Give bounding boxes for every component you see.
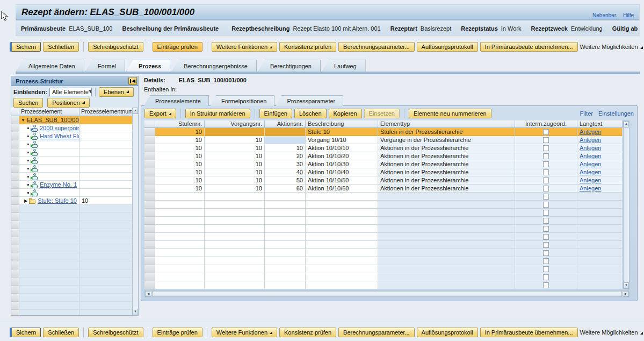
row-selector[interactable] [144, 225, 155, 233]
tree-row-2000-superpoints[interactable]: 2000 superpoints [11, 124, 133, 132]
row-selector[interactable] [11, 294, 19, 302]
auflösungsprotokoll-button[interactable]: Auflösungsprotokoll [417, 42, 478, 52]
row-selector[interactable] [144, 209, 155, 217]
scroll-up-icon[interactable]: ▲ [624, 121, 629, 127]
table-row[interactable]: 101050Aktion 10/10/50Aktionen in der Pro… [144, 176, 623, 184]
column-header-interm-zugeord[interactable]: Interm.zugeord. [515, 120, 577, 128]
row-selector[interactable] [144, 136, 155, 144]
row-selector[interactable] [144, 176, 155, 184]
row-selector[interactable] [11, 261, 19, 269]
table-row[interactable]: 101040Aktion 10/10/40Aktionen in der Pro… [144, 168, 623, 176]
table-row[interactable]: 101010Aktion 10/10/10Aktionen in der Pro… [144, 144, 623, 152]
tree-row[interactable] [11, 157, 133, 165]
sichern-button[interactable]: Sichern [10, 42, 41, 52]
einfügen-button[interactable]: Einfügen [259, 109, 292, 118]
row-selector[interactable] [144, 201, 155, 209]
tab-formel[interactable]: Formel [85, 60, 125, 72]
löschen-button[interactable]: Löschen [294, 109, 327, 118]
row-selector[interactable] [11, 245, 19, 253]
row-selector[interactable] [144, 144, 155, 152]
tree-row[interactable] [11, 165, 133, 173]
tab-prozess[interactable]: Prozess [126, 60, 170, 72]
interm-checkbox[interactable] [543, 210, 549, 216]
interm-checkbox[interactable] [543, 274, 549, 280]
column-header-langtext[interactable]: Langtext [577, 120, 623, 128]
interm-checkbox[interactable] [543, 242, 549, 248]
column-header-vorgangsnr[interactable]: Vorgangsnr. [205, 120, 265, 128]
inner-tab-prozessparameter[interactable]: Prozessparameter [276, 95, 343, 106]
tree-row[interactable] [11, 189, 133, 197]
ebenen-button[interactable]: Ebenen [99, 87, 134, 97]
row-selector[interactable] [11, 269, 19, 278]
row-selector[interactable] [144, 168, 155, 176]
interm-checkbox[interactable] [543, 169, 549, 175]
anlegen-link[interactable]: Anlegen [580, 145, 601, 151]
anlegen-link[interactable]: Anlegen [580, 153, 601, 159]
tree-row-elas-sub-100-001-000[interactable]: ▼ELAS_SUB_100/001/000 [11, 116, 133, 124]
column-header-stufennr[interactable]: Stufennr. [155, 120, 205, 128]
interm-checkbox[interactable] [543, 234, 549, 240]
anlegen-link[interactable]: Anlegen [580, 177, 601, 183]
interm-checkbox[interactable] [543, 177, 549, 183]
berechnungsparameter-button[interactable]: Berechnungsparameter... [338, 328, 415, 337]
tree-row-stufe-stufe-10[interactable]: ▶Stufe: Stufe 1010 [11, 197, 133, 205]
scroll-right-icon[interactable]: ▶ [623, 291, 629, 297]
row-selector[interactable] [144, 273, 155, 281]
tree-row-enzyme-no-1[interactable]: Enzyme No. 1 [11, 181, 133, 189]
row-selector[interactable] [11, 310, 19, 315]
scroll-up-icon[interactable]: ▲ [133, 108, 138, 114]
row-selector[interactable] [11, 116, 19, 124]
inner-tab-prozesselemente[interactable]: Prozesselemente [144, 95, 209, 106]
tab-berechtigungen[interactable]: Berechtigungen [258, 60, 321, 72]
interm-checkbox[interactable] [543, 153, 549, 159]
row-selector[interactable] [144, 160, 155, 168]
tree-item-link[interactable]: Enzyme No. 1 [40, 181, 77, 188]
tree-item-link[interactable]: Hard Wheat Flour [40, 133, 79, 139]
row-selector[interactable] [11, 205, 19, 213]
einblenden-select[interactable]: Alle Elemente [49, 88, 92, 96]
anlegen-link[interactable]: Anlegen [580, 129, 601, 135]
row-selector[interactable] [11, 278, 19, 286]
positionen-button[interactable]: Positionen [47, 98, 89, 108]
suchen-button[interactable]: Suchen [13, 98, 43, 108]
expand-icon[interactable]: ▶ [24, 198, 27, 203]
interm-checkbox[interactable] [543, 194, 549, 200]
scroll-down-icon[interactable]: ▼ [624, 282, 629, 289]
elemente-neu-nummerieren-button[interactable]: Elemente neu nummerieren [409, 109, 491, 118]
tree-item-link[interactable]: ELAS_SUB_100/001/000 [27, 117, 79, 123]
row-selector[interactable] [11, 148, 19, 157]
row-selector[interactable] [144, 241, 155, 249]
schreibgeschützt-button[interactable]: Schreibgeschützt [88, 328, 143, 337]
in-primärausbeute-übernehmen-button[interactable]: In Primärausbeute übernehmen... [480, 328, 578, 337]
schließen-button[interactable]: Schließen [43, 328, 79, 337]
tab-laufweg[interactable]: Laufweg [322, 60, 366, 72]
tree-vertical-scrollbar[interactable]: ▲ ▼ [132, 108, 138, 315]
row-selector[interactable] [144, 265, 155, 273]
interm-checkbox[interactable] [543, 258, 549, 264]
table-row[interactable]: 101030Aktion 10/10/30Aktionen in der Pro… [144, 160, 623, 168]
table-row[interactable]: 101020Aktion 10/10/20Aktionen in der Pro… [144, 152, 623, 160]
konsistenz-prüfen-button[interactable]: Konsistenz prüfen [279, 328, 336, 337]
tab-berechnungsergebnisse[interactable]: Berechnungsergebnisse [171, 60, 257, 72]
berechnungsparameter-button[interactable]: Berechnungsparameter... [338, 42, 415, 52]
column-header-beschreibung[interactable]: Beschreibung [306, 120, 378, 128]
row-selector[interactable] [11, 173, 19, 181]
einträge-prüfen-button[interactable]: Einträge prüfen [153, 42, 202, 52]
row-selector[interactable] [11, 229, 19, 237]
weitere-möglichkeiten-menu[interactable]: Weitere Möglichkeiten [580, 329, 643, 336]
export-button[interactable]: Export [144, 109, 176, 118]
anlegen-link[interactable]: Anlegen [580, 137, 601, 143]
table-row[interactable]: 10Stufe 10Stufen in der Prozesshierarchi… [144, 128, 623, 136]
collapse-expander-icon[interactable]: ▼ [21, 118, 25, 123]
tree-item-link[interactable]: Stufe: Stufe 10 [38, 197, 77, 204]
interm-checkbox[interactable] [543, 161, 549, 167]
schließen-button[interactable]: Schließen [43, 42, 79, 52]
table-row[interactable]: 1010Vorgang 10/10Vorgänge in der Prozess… [144, 136, 623, 144]
row-selector[interactable] [11, 237, 19, 245]
row-selector[interactable] [11, 132, 19, 140]
row-selector[interactable] [11, 189, 19, 197]
interm-checkbox[interactable] [543, 218, 549, 224]
row-selector[interactable] [144, 217, 155, 225]
row-selector[interactable] [144, 152, 155, 160]
row-selector[interactable] [11, 124, 19, 132]
